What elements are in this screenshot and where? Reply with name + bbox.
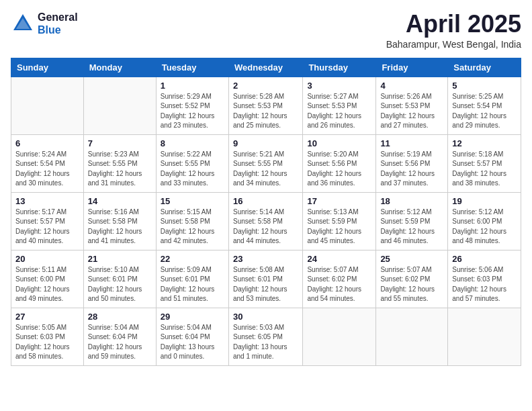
day-info: Sunrise: 5:13 AM Sunset: 5:59 PM Dayligh… (307, 208, 371, 246)
day-number: 12 (452, 138, 517, 148)
calendar-week-4: 20Sunrise: 5:11 AM Sunset: 6:00 PM Dayli… (11, 250, 521, 308)
calendar-cell: 4Sunrise: 5:26 AM Sunset: 5:53 PM Daylig… (376, 77, 448, 134)
calendar-cell: 13Sunrise: 5:17 AM Sunset: 5:57 PM Dayli… (11, 192, 84, 250)
day-number: 26 (452, 254, 517, 264)
calendar-cell: 1Sunrise: 5:29 AM Sunset: 5:52 PM Daylig… (156, 77, 228, 134)
day-number: 13 (15, 196, 79, 206)
day-info: Sunrise: 5:12 AM Sunset: 5:59 PM Dayligh… (380, 208, 443, 246)
day-number: 6 (15, 138, 79, 148)
header-thursday: Thursday (303, 58, 376, 77)
day-info: Sunrise: 5:10 AM Sunset: 6:01 PM Dayligh… (88, 265, 152, 304)
calendar-cell: 27Sunrise: 5:05 AM Sunset: 6:03 PM Dayli… (11, 308, 84, 365)
day-number: 27 (15, 312, 79, 322)
logo-blue: Blue (38, 24, 78, 36)
day-info: Sunrise: 5:05 AM Sunset: 6:03 PM Dayligh… (15, 323, 79, 362)
calendar-cell: 8Sunrise: 5:22 AM Sunset: 5:55 PM Daylig… (156, 134, 228, 192)
day-info: Sunrise: 5:11 AM Sunset: 6:00 PM Dayligh… (15, 265, 79, 304)
calendar-week-3: 13Sunrise: 5:17 AM Sunset: 5:57 PM Dayli… (11, 192, 521, 250)
day-number: 20 (15, 254, 79, 264)
day-info: Sunrise: 5:21 AM Sunset: 5:55 PM Dayligh… (233, 150, 298, 189)
calendar-week-5: 27Sunrise: 5:05 AM Sunset: 6:03 PM Dayli… (11, 308, 521, 365)
day-info: Sunrise: 5:08 AM Sunset: 6:01 PM Dayligh… (233, 265, 298, 304)
calendar-cell (448, 308, 521, 365)
header-monday: Monday (83, 58, 156, 77)
day-info: Sunrise: 5:07 AM Sunset: 6:02 PM Dayligh… (380, 265, 443, 304)
day-number: 5 (452, 81, 517, 91)
day-info: Sunrise: 5:09 AM Sunset: 6:01 PM Dayligh… (161, 265, 224, 304)
calendar-cell: 22Sunrise: 5:09 AM Sunset: 6:01 PM Dayli… (156, 250, 228, 308)
calendar-cell: 10Sunrise: 5:20 AM Sunset: 5:56 PM Dayli… (303, 134, 376, 192)
header-tuesday: Tuesday (156, 58, 228, 77)
logo-icon (11, 11, 35, 36)
day-number: 8 (161, 138, 224, 148)
calendar-cell: 2Sunrise: 5:28 AM Sunset: 5:53 PM Daylig… (228, 77, 302, 134)
calendar-cell: 20Sunrise: 5:11 AM Sunset: 6:00 PM Dayli… (11, 250, 84, 308)
logo-general: General (38, 11, 78, 24)
calendar-cell: 21Sunrise: 5:10 AM Sunset: 6:01 PM Dayli… (83, 250, 156, 308)
day-info: Sunrise: 5:04 AM Sunset: 6:04 PM Dayligh… (88, 323, 152, 362)
month-title: April 2025 (386, 11, 521, 38)
day-info: Sunrise: 5:28 AM Sunset: 5:53 PM Dayligh… (233, 92, 298, 131)
day-info: Sunrise: 5:19 AM Sunset: 5:56 PM Dayligh… (380, 150, 443, 189)
day-number: 19 (452, 196, 517, 206)
calendar-cell: 24Sunrise: 5:07 AM Sunset: 6:02 PM Dayli… (303, 250, 376, 308)
calendar-cell: 29Sunrise: 5:04 AM Sunset: 6:04 PM Dayli… (156, 308, 228, 365)
day-number: 11 (380, 138, 443, 148)
calendar-cell: 9Sunrise: 5:21 AM Sunset: 5:55 PM Daylig… (228, 134, 302, 192)
day-number: 3 (307, 81, 371, 91)
calendar-cell: 30Sunrise: 5:03 AM Sunset: 6:05 PM Dayli… (228, 308, 302, 365)
calendar-week-2: 6Sunrise: 5:24 AM Sunset: 5:54 PM Daylig… (11, 134, 521, 192)
day-info: Sunrise: 5:29 AM Sunset: 5:52 PM Dayligh… (161, 92, 224, 131)
header-friday: Friday (376, 58, 448, 77)
day-number: 25 (380, 254, 443, 264)
day-number: 2 (233, 81, 298, 91)
calendar-cell: 25Sunrise: 5:07 AM Sunset: 6:02 PM Dayli… (376, 250, 448, 308)
day-number: 10 (307, 138, 371, 148)
day-info: Sunrise: 5:20 AM Sunset: 5:56 PM Dayligh… (307, 150, 371, 189)
day-info: Sunrise: 5:26 AM Sunset: 5:53 PM Dayligh… (380, 92, 443, 131)
day-info: Sunrise: 5:15 AM Sunset: 5:58 PM Dayligh… (161, 208, 224, 246)
calendar-cell: 23Sunrise: 5:08 AM Sunset: 6:01 PM Dayli… (228, 250, 302, 308)
day-info: Sunrise: 5:12 AM Sunset: 6:00 PM Dayligh… (452, 208, 517, 246)
day-number: 9 (233, 138, 298, 148)
day-info: Sunrise: 5:24 AM Sunset: 5:54 PM Dayligh… (15, 150, 79, 189)
day-number: 30 (233, 312, 298, 322)
day-info: Sunrise: 5:23 AM Sunset: 5:55 PM Dayligh… (88, 150, 152, 189)
day-number: 24 (307, 254, 371, 264)
calendar-cell: 6Sunrise: 5:24 AM Sunset: 5:54 PM Daylig… (11, 134, 84, 192)
day-info: Sunrise: 5:04 AM Sunset: 6:04 PM Dayligh… (161, 323, 224, 362)
day-number: 29 (161, 312, 224, 322)
calendar-week-1: 1Sunrise: 5:29 AM Sunset: 5:52 PM Daylig… (11, 77, 521, 134)
day-number: 23 (233, 254, 298, 264)
day-info: Sunrise: 5:16 AM Sunset: 5:58 PM Dayligh… (88, 208, 152, 246)
calendar-cell: 18Sunrise: 5:12 AM Sunset: 5:59 PM Dayli… (376, 192, 448, 250)
day-number: 15 (161, 196, 224, 206)
day-number: 18 (380, 196, 443, 206)
day-info: Sunrise: 5:03 AM Sunset: 6:05 PM Dayligh… (233, 323, 298, 362)
calendar-cell: 16Sunrise: 5:14 AM Sunset: 5:58 PM Dayli… (228, 192, 302, 250)
calendar-cell: 26Sunrise: 5:06 AM Sunset: 6:03 PM Dayli… (448, 250, 521, 308)
day-info: Sunrise: 5:27 AM Sunset: 5:53 PM Dayligh… (307, 92, 371, 131)
day-info: Sunrise: 5:18 AM Sunset: 5:57 PM Dayligh… (452, 150, 517, 189)
day-info: Sunrise: 5:06 AM Sunset: 6:03 PM Dayligh… (452, 265, 517, 304)
logo: General Blue (11, 11, 78, 36)
day-number: 4 (380, 81, 443, 91)
header-saturday: Saturday (448, 58, 521, 77)
calendar-cell: 3Sunrise: 5:27 AM Sunset: 5:53 PM Daylig… (303, 77, 376, 134)
calendar-cell: 19Sunrise: 5:12 AM Sunset: 6:00 PM Dayli… (448, 192, 521, 250)
location: Baharampur, West Bengal, India (386, 39, 521, 50)
header-sunday: Sunday (11, 58, 84, 77)
day-number: 16 (233, 196, 298, 206)
header: General Blue April 2025 Baharampur, West… (11, 11, 521, 50)
day-number: 21 (88, 254, 152, 264)
day-number: 14 (88, 196, 152, 206)
day-info: Sunrise: 5:07 AM Sunset: 6:02 PM Dayligh… (307, 265, 371, 304)
calendar-cell: 7Sunrise: 5:23 AM Sunset: 5:55 PM Daylig… (83, 134, 156, 192)
day-info: Sunrise: 5:22 AM Sunset: 5:55 PM Dayligh… (161, 150, 224, 189)
day-number: 22 (161, 254, 224, 264)
day-number: 28 (88, 312, 152, 322)
day-info: Sunrise: 5:25 AM Sunset: 5:54 PM Dayligh… (452, 92, 517, 131)
calendar-cell: 12Sunrise: 5:18 AM Sunset: 5:57 PM Dayli… (448, 134, 521, 192)
calendar-table: SundayMondayTuesdayWednesdayThursdayFrid… (11, 58, 521, 366)
calendar-cell: 5Sunrise: 5:25 AM Sunset: 5:54 PM Daylig… (448, 77, 521, 134)
